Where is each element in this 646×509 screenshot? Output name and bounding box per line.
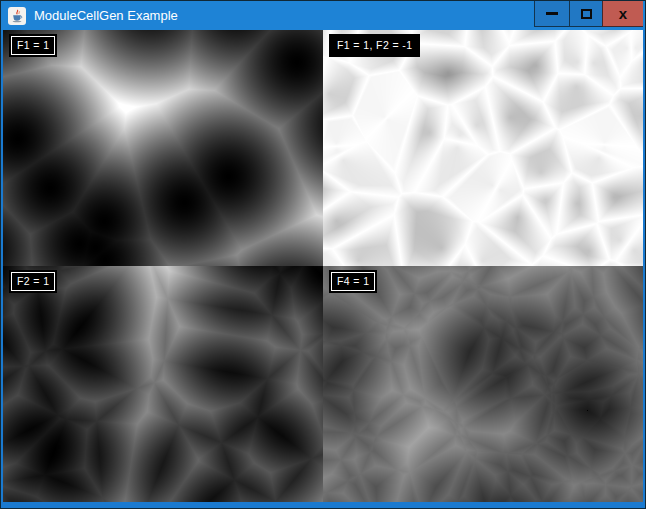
maximize-icon <box>581 9 592 19</box>
noise-image-f2 <box>3 266 323 502</box>
panel-f4: F4 = 1 <box>323 266 643 502</box>
noise-image-f1-f2 <box>323 30 643 266</box>
minimize-icon <box>546 12 558 15</box>
panel-label-f2: F2 = 1 <box>9 270 57 293</box>
close-button[interactable]: x <box>602 1 643 27</box>
panel-label-f1-f2: F1 = 1, F2 = -1 <box>329 34 420 57</box>
minimize-button[interactable] <box>534 1 569 27</box>
panel-f1: F1 = 1 <box>3 30 323 266</box>
maximize-button[interactable] <box>569 1 602 27</box>
panel-label-f1: F1 = 1 <box>9 34 57 57</box>
noise-grid: F1 = 1 F1 = 1, F2 = -1 F2 = 1 F4 = 1 <box>3 30 643 502</box>
noise-image-f4 <box>323 266 643 502</box>
java-coffee-cup-icon[interactable] <box>8 7 26 25</box>
application-window: ModuleCellGen Example x F1 = 1 F1 = 1, F… <box>0 0 646 509</box>
panel-f1-f2: F1 = 1, F2 = -1 <box>323 30 643 266</box>
panel-f2: F2 = 1 <box>3 266 323 502</box>
close-icon: x <box>619 6 627 21</box>
panel-label-f4: F4 = 1 <box>329 270 377 293</box>
window-controls: x <box>534 1 643 27</box>
noise-image-f1 <box>3 30 323 266</box>
window-title: ModuleCellGen Example <box>34 8 178 23</box>
